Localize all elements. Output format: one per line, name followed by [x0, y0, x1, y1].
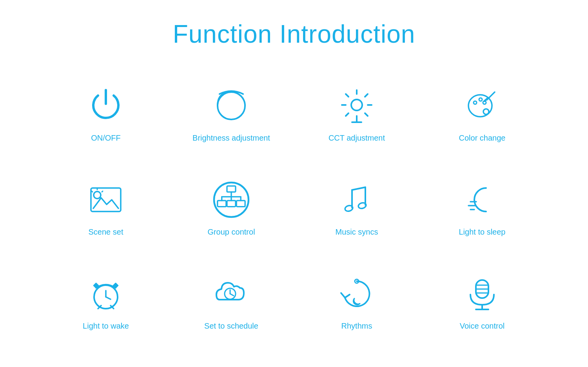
- svg-line-36: [352, 187, 365, 190]
- features-grid: ON/OFF Brightness adjustment: [51, 68, 537, 346]
- item-brightness: Brightness adjustment: [176, 68, 286, 158]
- page-title: Function Introduction: [173, 20, 416, 49]
- light-to-sleep-icon: [461, 178, 504, 221]
- music-syncs-label: Music syncs: [336, 228, 378, 237]
- svg-line-24: [92, 191, 93, 192]
- scene-set-icon: [84, 178, 127, 221]
- group-control-label: Group control: [207, 228, 255, 237]
- cct-icon: [335, 84, 378, 127]
- svg-line-9: [365, 94, 368, 97]
- light-to-wake-icon: [84, 272, 127, 315]
- svg-line-45: [106, 297, 111, 299]
- voice-control-icon: [461, 272, 504, 315]
- onoff-icon: [84, 84, 127, 127]
- svg-point-15: [474, 101, 477, 104]
- music-syncs-icon: [335, 178, 378, 221]
- svg-point-2: [351, 99, 362, 110]
- svg-point-14: [483, 109, 489, 114]
- light-to-sleep-label: Light to sleep: [459, 228, 506, 237]
- item-group-control: Group control: [176, 162, 286, 252]
- svg-rect-32: [218, 201, 226, 206]
- svg-rect-34: [236, 201, 245, 206]
- scene-set-label: Scene set: [89, 228, 123, 237]
- item-scene-set: Scene set: [51, 162, 161, 252]
- svg-rect-26: [227, 186, 236, 192]
- voice-control-label: Voice control: [460, 322, 505, 331]
- svg-line-19: [485, 98, 488, 101]
- svg-point-16: [479, 98, 482, 101]
- color-change-icon: [461, 84, 504, 127]
- svg-point-21: [94, 192, 101, 199]
- brightness-icon: [210, 84, 253, 127]
- item-light-to-wake: Light to wake: [51, 256, 161, 346]
- item-color-change: Color change: [427, 68, 537, 158]
- cct-label: CCT adjustment: [328, 134, 385, 143]
- brightness-label: Brightness adjustment: [192, 134, 270, 143]
- item-cct: CCT adjustment: [302, 68, 412, 158]
- light-to-wake-label: Light to wake: [83, 322, 129, 331]
- svg-point-38: [345, 204, 354, 212]
- set-to-schedule-icon: [210, 272, 253, 315]
- svg-point-1: [218, 92, 245, 119]
- group-control-icon: [210, 178, 253, 221]
- svg-point-39: [358, 202, 367, 209]
- rhythms-icon: [335, 272, 378, 315]
- item-music-syncs: Music syncs: [302, 162, 412, 252]
- item-set-to-schedule: Set to schedule: [176, 256, 286, 346]
- svg-rect-33: [227, 201, 236, 206]
- svg-line-10: [346, 113, 348, 116]
- svg-line-7: [346, 94, 348, 97]
- svg-line-8: [365, 113, 368, 116]
- item-onoff: ON/OFF: [51, 68, 161, 158]
- svg-line-23: [102, 191, 103, 192]
- item-rhythms: Rhythms: [302, 256, 412, 346]
- item-light-to-sleep: Light to sleep: [427, 162, 537, 252]
- onoff-label: ON/OFF: [91, 134, 121, 143]
- rhythms-label: Rhythms: [341, 322, 372, 331]
- item-voice-control: Voice control: [427, 256, 537, 346]
- color-change-label: Color change: [459, 134, 506, 143]
- set-to-schedule-label: Set to schedule: [204, 322, 258, 331]
- svg-line-52: [230, 294, 234, 296]
